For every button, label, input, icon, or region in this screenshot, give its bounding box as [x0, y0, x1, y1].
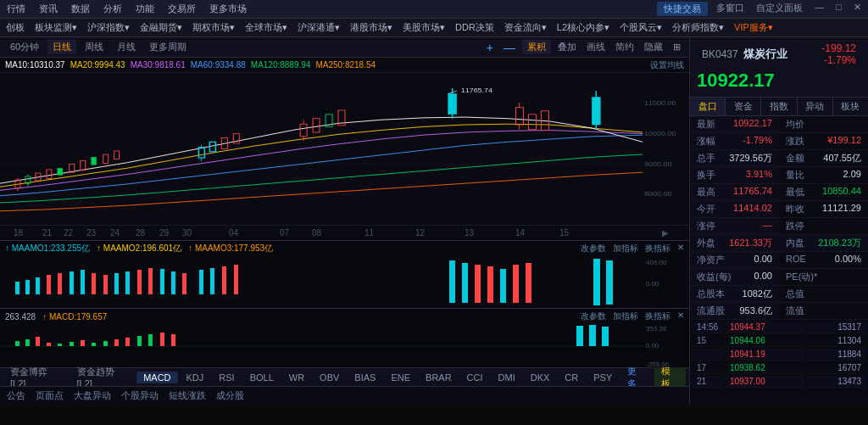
btn-custom-panel[interactable]: 自定义面板: [753, 2, 806, 16]
tab-unusual[interactable]: 异动: [798, 98, 833, 115]
subchart1-switch-btn[interactable]: 换指标: [645, 243, 670, 254]
menu2-sector-monitor[interactable]: 板块监测▾: [32, 21, 80, 34]
btn-month[interactable]: 月线: [112, 40, 141, 54]
tab-rsi[interactable]: RSI: [212, 372, 241, 383]
tab-dmi[interactable]: DMI: [492, 372, 522, 383]
info-float-value: 流值: [779, 303, 868, 320]
menu2-analyst[interactable]: 分析师指数▾: [670, 21, 726, 34]
btn-day[interactable]: 日线: [47, 40, 76, 54]
status-market-move[interactable]: 大盘异动: [74, 389, 111, 402]
main-chart-canvas[interactable]: 11765.74 11000.00 10000.00 9000.00 8000.…: [0, 73, 689, 225]
menu-item-function[interactable]: 功能: [132, 3, 158, 15]
btn-accumulate[interactable]: 累积: [522, 40, 551, 54]
menu2-options[interactable]: 期权市场▾: [190, 21, 237, 34]
svg-rect-56: [114, 273, 119, 294]
btn-minimize[interactable]: —: [811, 2, 827, 16]
subchart2-switch-btn[interactable]: 换指标: [645, 310, 670, 322]
menu-item-news[interactable]: 资讯: [36, 3, 61, 15]
trade-table: 14:56 10944.37 15317 15 10944.06 11304 1…: [690, 320, 868, 389]
menu2-hk-connect[interactable]: 沪深港通▾: [295, 21, 342, 34]
btn-close[interactable]: ✕: [850, 2, 865, 16]
tab-capital[interactable]: 资金: [726, 98, 761, 115]
menu-item-analysis[interactable]: 分析: [100, 3, 125, 15]
menu2-sh-index[interactable]: 沪深指数▾: [85, 21, 132, 34]
btn-zoom-in[interactable]: +: [483, 41, 497, 54]
svg-rect-70: [487, 266, 493, 303]
info-limit-down: 跌停: [779, 218, 868, 235]
menu2-l2-core[interactable]: L2核心内参▾: [554, 21, 612, 34]
menu2-vip-service[interactable]: VIP服务▾: [732, 21, 776, 34]
subchart1-add-btn[interactable]: 加指标: [613, 243, 638, 254]
btn-simple[interactable]: 简约: [612, 41, 637, 53]
btn-multi-window[interactable]: 多窗口: [713, 2, 748, 16]
subchart2-add-btn[interactable]: 加指标: [613, 310, 638, 322]
menu-item-more-market[interactable]: 更多市场: [206, 3, 250, 15]
subchart2-close-icon[interactable]: ✕: [677, 310, 684, 322]
menu2-us-market[interactable]: 美股市场▾: [400, 21, 448, 34]
btn-zoom-out[interactable]: —: [500, 41, 519, 54]
btn-week[interactable]: 周线: [80, 40, 108, 54]
info-total-hand: 总手 3729.56万: [690, 150, 779, 167]
tab-macd[interactable]: MACD: [136, 372, 177, 383]
tab-pankou[interactable]: 盘口: [690, 98, 726, 115]
menu2-hk-market[interactable]: 港股市场▾: [348, 21, 395, 34]
tab-psy[interactable]: PSY: [587, 372, 619, 383]
status-components[interactable]: 成分股: [216, 389, 244, 402]
stock-change-pct: -1.79%: [824, 54, 856, 66]
menu2-financial-futures[interactable]: 金融期货▾: [137, 21, 185, 34]
svg-rect-92: [160, 333, 164, 346]
tab-wr[interactable]: WR: [282, 372, 311, 383]
subchart2-edit-btn[interactable]: 改参数: [581, 310, 606, 322]
x-label-18: 18: [14, 228, 23, 238]
btn-maximize[interactable]: □: [832, 2, 845, 16]
btn-hide[interactable]: 隐藏: [641, 41, 666, 53]
x-axis: 18 21 22 23 24 28 29 30 04 07 08 11 12 1…: [0, 225, 689, 240]
subchart2-svg: 353.26 0.00 -259.06: [0, 324, 690, 368]
tab-kdj[interactable]: KDJ: [180, 372, 211, 383]
menu-item-exchange[interactable]: 交易所: [164, 3, 199, 15]
setup-ma-btn[interactable]: 设置均线: [650, 59, 684, 71]
status-page-points[interactable]: 页面点: [36, 389, 64, 402]
menu2-stock-cloud[interactable]: 个股风云▾: [617, 21, 665, 34]
info-change-pct: 涨幅 -1.79%: [690, 133, 779, 150]
tab-ene[interactable]: ENE: [384, 372, 417, 383]
svg-text:11000.00: 11000.00: [644, 100, 676, 107]
tab-obv[interactable]: OBV: [313, 372, 346, 383]
tab-sector[interactable]: 板块: [833, 98, 868, 115]
tab-bias[interactable]: BIAS: [348, 372, 382, 383]
tab-dkx[interactable]: DKX: [524, 372, 557, 383]
x-nav-right[interactable]: ▶: [662, 228, 669, 238]
menu2-ddr[interactable]: DDR决策: [453, 21, 497, 34]
x-label-15: 15: [559, 228, 569, 238]
svg-rect-89: [125, 338, 130, 346]
subchart1-close-icon[interactable]: ✕: [677, 243, 684, 254]
btn-quick-trade[interactable]: 快捷交易: [657, 2, 708, 16]
status-short-rise-fall[interactable]: 短线涨跌: [169, 389, 206, 402]
info-avg-price: 均价: [779, 116, 868, 133]
status-stock-move[interactable]: 个股异动: [121, 389, 159, 402]
menu2-global[interactable]: 全球市场▾: [242, 21, 290, 34]
trade-row-3: 10941.19 11884: [692, 349, 866, 361]
tab-index[interactable]: 指数: [761, 98, 797, 115]
maamo3-label: ↑ MAAMO3:177.953亿: [188, 243, 273, 254]
tab-brar[interactable]: BRAR: [419, 372, 459, 383]
btn-more-period[interactable]: 更多周期: [144, 40, 192, 54]
info-grid: 最新 10922.17 均价 涨幅 -1.79% 涨跌 ¥199.12 总手 3…: [690, 116, 868, 235]
btn-overlay[interactable]: 叠加: [554, 41, 580, 53]
status-announcement[interactable]: 公告: [7, 389, 25, 402]
stock-code: BK0437: [702, 48, 738, 60]
info-eps: 收益(每) 0.00: [690, 269, 779, 286]
menu2-capital-flow[interactable]: 资金流向▾: [502, 21, 549, 34]
menu-item-data[interactable]: 数据: [68, 3, 93, 15]
tab-boll[interactable]: BOLL: [243, 372, 281, 383]
menu-item-quotes[interactable]: 行情: [3, 3, 29, 15]
btn-60min[interactable]: 60分钟: [5, 40, 44, 54]
btn-grid[interactable]: ⊞: [670, 42, 684, 53]
tab-cci[interactable]: CCI: [460, 372, 490, 383]
subchart1-edit-btn[interactable]: 改参数: [581, 243, 606, 254]
btn-draw[interactable]: 画线: [583, 41, 609, 53]
menu2-create-board[interactable]: 创板: [3, 21, 27, 34]
svg-rect-71: [500, 269, 506, 303]
tab-cr[interactable]: CR: [558, 372, 585, 383]
svg-rect-11: [47, 170, 52, 179]
